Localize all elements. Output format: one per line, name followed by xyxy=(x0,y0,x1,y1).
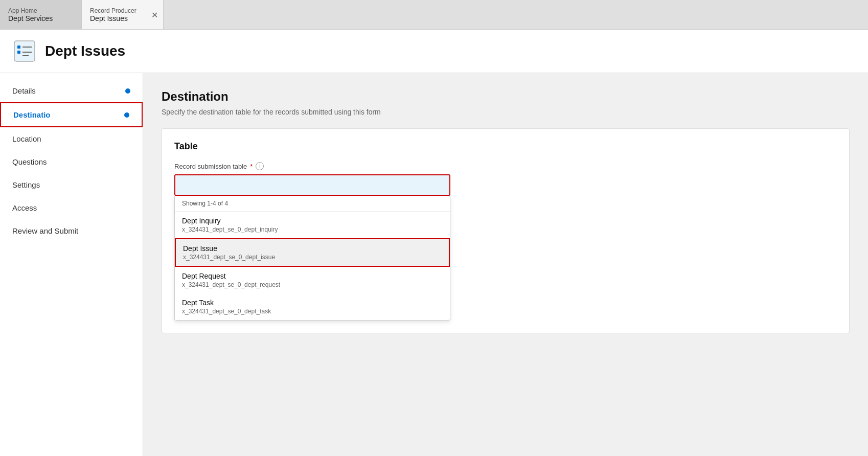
dropdown-item-code-dept-issue: x_324431_dept_se_0_dept_issue xyxy=(183,254,442,261)
sidebar-label-details: Details xyxy=(12,86,36,95)
svg-rect-1 xyxy=(17,45,20,49)
page-header: Dept Issues xyxy=(0,30,868,73)
tab-app-home-top-label: App Home xyxy=(8,7,73,14)
dropdown-item-name-dept-request: Dept Request xyxy=(182,272,443,280)
sidebar-item-review-submit[interactable]: Review and Submit xyxy=(0,219,143,242)
content-area: Destination Specify the destination tabl… xyxy=(143,73,868,456)
sidebar-item-location[interactable]: Location xyxy=(0,127,143,150)
tab-record-producer[interactable]: Record Producer Dept Issues ✕ xyxy=(82,0,164,29)
record-submission-table-input[interactable] xyxy=(174,174,450,196)
content-subtitle: Specify the destination table for the re… xyxy=(162,108,850,116)
main-layout: Details Destinatio Location Questions Se… xyxy=(0,73,868,456)
svg-rect-2 xyxy=(17,51,20,54)
sidebar-label-access: Access xyxy=(12,203,37,212)
sidebar-item-access[interactable]: Access xyxy=(0,196,143,219)
dropdown-item-name-dept-task: Dept Task xyxy=(182,299,443,307)
dropdown-item-dept-task[interactable]: Dept Task x_324431_dept_se_0_dept_task xyxy=(175,293,450,320)
dropdown-item-code-dept-task: x_324431_dept_se_0_dept_task xyxy=(182,308,443,315)
field-label-row: Record submission table * i xyxy=(174,162,837,170)
dropdown-item-dept-inquiry[interactable]: Dept Inquiry x_324431_dept_se_0_dept_inq… xyxy=(175,212,450,238)
field-label-text: Record submission table xyxy=(174,163,247,170)
sidebar-item-destination[interactable]: Destinatio xyxy=(0,102,143,127)
sidebar-dot-destination xyxy=(124,112,129,118)
tab-record-producer-top-label: Record Producer xyxy=(90,7,155,14)
info-icon[interactable]: i xyxy=(256,162,264,170)
dropdown-item-name-dept-issue: Dept Issue xyxy=(183,244,442,253)
sidebar-item-questions[interactable]: Questions xyxy=(0,150,143,173)
tab-app-home[interactable]: App Home Dept Services xyxy=(0,0,82,29)
sidebar: Details Destinatio Location Questions Se… xyxy=(0,73,143,456)
page-title: Dept Issues xyxy=(45,43,125,59)
dropdown-item-code-dept-inquiry: x_324431_dept_se_0_dept_inquiry xyxy=(182,226,443,233)
tab-record-producer-bottom-label: Dept Issues xyxy=(90,14,155,22)
tab-app-home-bottom-label: Dept Services xyxy=(8,14,73,22)
table-card: Table Record submission table * i Showin… xyxy=(162,128,850,333)
form-icon xyxy=(12,39,37,63)
card-title: Table xyxy=(174,141,837,152)
content-title: Destination xyxy=(162,89,850,104)
dropdown-count: Showing 1-4 of 4 xyxy=(175,196,450,212)
sidebar-dot-details xyxy=(125,88,130,94)
dropdown-item-dept-issue[interactable]: Dept Issue x_324431_dept_se_0_dept_issue xyxy=(175,238,450,267)
sidebar-label-destination: Destinatio xyxy=(13,110,51,119)
sidebar-label-questions: Questions xyxy=(12,157,47,166)
required-star: * xyxy=(250,163,253,170)
table-dropdown: Showing 1-4 of 4 Dept Inquiry x_324431_d… xyxy=(174,195,450,321)
dropdown-item-code-dept-request: x_324431_dept_se_0_dept_request xyxy=(182,281,443,288)
tab-bar: App Home Dept Services Record Producer D… xyxy=(0,0,868,30)
dropdown-item-dept-request[interactable]: Dept Request x_324431_dept_se_0_dept_req… xyxy=(175,267,450,293)
sidebar-label-settings: Settings xyxy=(12,180,40,189)
dropdown-item-name-dept-inquiry: Dept Inquiry xyxy=(182,217,443,225)
sidebar-item-settings[interactable]: Settings xyxy=(0,173,143,196)
sidebar-label-review-submit: Review and Submit xyxy=(12,226,78,235)
sidebar-item-details[interactable]: Details xyxy=(0,79,143,102)
close-icon[interactable]: ✕ xyxy=(151,10,158,19)
sidebar-label-location: Location xyxy=(12,134,41,143)
